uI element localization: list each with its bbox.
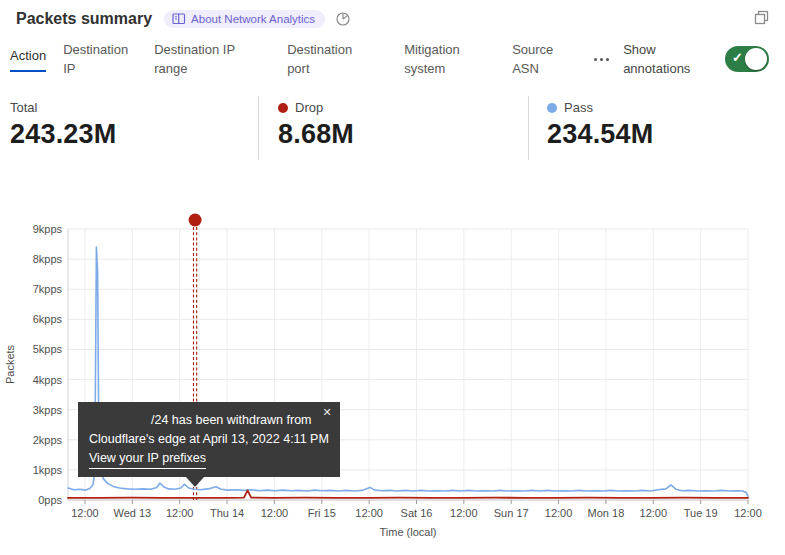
x-tick-label: 12:00 — [450, 507, 478, 519]
x-tick-label: Fri 15 — [308, 507, 336, 519]
stat-drop-value: 8.68M — [278, 119, 528, 150]
x-tick-label: 12:00 — [71, 507, 99, 519]
x-tick-label: 12:00 — [734, 507, 762, 519]
x-axis-title: Time (local) — [379, 526, 436, 538]
y-tick-label: 0pps — [38, 494, 62, 506]
x-tick-label: 12:00 — [166, 507, 194, 519]
y-tick-label: 3kpps — [33, 404, 63, 416]
y-tick-label: 1kpps — [33, 464, 63, 476]
x-tick-label: Sat 16 — [401, 507, 433, 519]
badge-label: About Network Analytics — [191, 13, 315, 25]
toggle-knob — [745, 48, 767, 70]
check-icon: ✓ — [732, 50, 743, 65]
stat-total-label: Total — [10, 100, 37, 115]
y-tick-label: 5kpps — [33, 343, 63, 355]
y-tick-label: 8kpps — [33, 253, 63, 265]
tab-mitigation-system[interactable]: Mitigation system — [404, 35, 480, 83]
x-tick-label: 12:00 — [640, 507, 668, 519]
stat-pass-value: 234.54M — [547, 119, 653, 150]
stat-pass-label: Pass — [564, 100, 593, 115]
stat-total: Total 243.23M — [10, 94, 258, 166]
x-tick-label: 12:00 — [261, 507, 289, 519]
about-network-analytics-badge[interactable]: About Network Analytics — [164, 10, 325, 28]
tab-destination-ip[interactable]: Destination IP — [63, 35, 135, 83]
book-icon — [172, 13, 186, 25]
summary-stats: Total 243.23M Drop 8.68M Pass 234.54M — [0, 94, 785, 166]
show-annotations-label: Show annotations — [623, 35, 703, 83]
close-icon[interactable]: ✕ — [323, 407, 332, 418]
tooltip-line1: /24 has been withdrawn from — [89, 411, 329, 430]
y-tick-label: 4kpps — [33, 374, 63, 386]
x-tick-label: Wed 13 — [113, 507, 151, 519]
y-tick-label: 2kpps — [33, 434, 63, 446]
drop-legend-dot — [278, 103, 288, 113]
tab-source-asn[interactable]: Source ASN — [512, 35, 562, 83]
y-tick-label: 6kpps — [33, 313, 63, 325]
y-tick-label: 9kpps — [33, 223, 63, 235]
y-tick-label: 7kpps — [33, 283, 63, 295]
x-tick-label: Sun 17 — [494, 507, 529, 519]
more-tabs-icon[interactable] — [592, 54, 611, 65]
time-period-pie-icon[interactable] — [335, 11, 351, 27]
view-ip-prefixes-link[interactable]: View your IP prefixes — [89, 449, 206, 469]
stat-total-value: 243.23M — [10, 119, 258, 150]
stat-pass: Pass 234.54M — [529, 94, 653, 166]
dimension-tabs: Action Destination IP Destination IP ran… — [0, 34, 785, 84]
x-tick-label: Tue 19 — [684, 507, 718, 519]
drop-line — [68, 490, 748, 498]
annotation-tooltip: ✕ /24 has been withdrawn from Cloudflare… — [78, 402, 340, 477]
tooltip-line2: Cloudflare's edge at April 13, 2022 4:11… — [89, 430, 329, 449]
x-tick-label: 12:00 — [545, 507, 573, 519]
header: Packets summary About Network Analytics — [0, 0, 785, 28]
tooltip-arrow — [186, 477, 204, 487]
tab-action[interactable]: Action — [10, 35, 46, 83]
annotation-marker[interactable] — [189, 214, 202, 227]
show-annotations-toggle[interactable]: ✓ — [725, 46, 769, 72]
stat-drop: Drop 8.68M — [259, 94, 528, 166]
stat-drop-label: Drop — [295, 100, 323, 115]
tab-destination-port[interactable]: Destination port — [287, 35, 365, 83]
y-axis-title: Packets — [4, 344, 16, 384]
tab-destination-ip-range[interactable]: Destination IP range — [154, 35, 247, 83]
x-tick-label: Mon 18 — [588, 507, 625, 519]
expand-panel-icon[interactable] — [754, 10, 769, 29]
x-tick-label: 12:00 — [355, 507, 383, 519]
x-tick-label: Thu 14 — [210, 507, 244, 519]
pass-legend-dot — [547, 103, 557, 113]
page-title: Packets summary — [16, 10, 152, 28]
